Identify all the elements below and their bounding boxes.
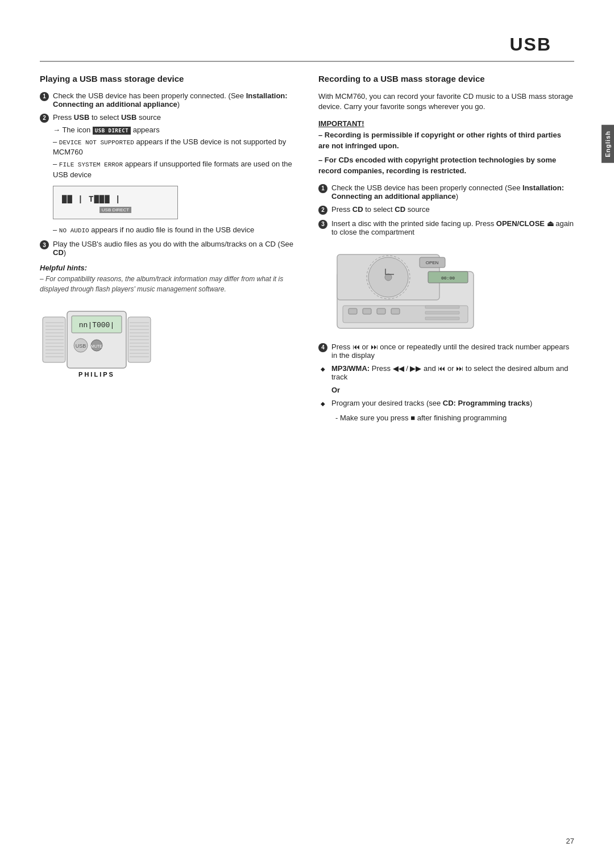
no-audio-text: NO AUDIO <box>59 227 89 234</box>
display-screen-text: ██ | T███ | <box>62 192 169 205</box>
display-usb-label: USB DIRECT <box>99 207 131 213</box>
svg-rect-46 <box>425 317 459 320</box>
helpful-hints-section: Helpful hints: – For compatibility reaso… <box>40 264 296 294</box>
right-step-4: 4 Press ⏮ or ⏭ once or repeatedly until … <box>318 343 574 360</box>
cd-player-illustration-container: OPEN 00:00 <box>331 243 574 336</box>
svg-rect-43 <box>391 308 400 314</box>
svg-rect-42 <box>377 308 385 314</box>
stop-after-programming: - Make sure you press ■ after finishing … <box>335 413 574 423</box>
right-step-1-number: 1 <box>318 184 327 193</box>
right-step-4-number: 4 <box>318 343 327 352</box>
page-container: USB Playing a USB mass storage device 1 … <box>0 0 614 868</box>
diamond-bullet-1: ◆ <box>318 365 327 374</box>
page-title-section: USB <box>40 34 574 55</box>
important-line2: – For CDs encoded with copyright protect… <box>318 155 574 177</box>
right-step-3-text: Insert a disc with the printed side faci… <box>331 219 574 236</box>
step-1-text: Check the USB device has been properly c… <box>53 91 296 108</box>
svg-text:USB: USB <box>76 343 86 349</box>
svg-rect-40 <box>349 308 357 314</box>
arrow-icon: → <box>53 126 60 134</box>
title-divider <box>40 61 574 62</box>
svg-point-35 <box>385 274 392 281</box>
step-3-number: 3 <box>40 240 49 249</box>
right-step-1: 1 Check the USB device has been properly… <box>318 183 574 201</box>
svg-text:PHILIPS: PHILIPS <box>78 371 115 378</box>
helpful-hints-text: – For compatibility reasons, the album/t… <box>40 274 296 294</box>
right-step-3-number: 3 <box>318 220 327 229</box>
step-2-sub-no-audio: – NO AUDIO appears if no audio file is f… <box>53 225 296 235</box>
mp3-wma-item: ◆ MP3/WMA: Press ◀◀ / ▶▶ and ⏮ or ⏭ to s… <box>318 364 574 381</box>
mp3-wma-text: MP3/WMA: Press ◀◀ / ▶▶ and ⏮ or ⏭ to sel… <box>331 364 574 381</box>
step-2-sub-file-system-error: – FILE SYSTEM ERROR appears if unsupport… <box>53 159 296 180</box>
or-label: Or <box>331 386 340 394</box>
program-tracks-item: ◆ Program your desired tracks (see CD: P… <box>318 399 574 408</box>
right-intro-text: With MCM760, you can record your favorit… <box>318 91 574 113</box>
file-system-error-text: FILE SYSTEM ERROR <box>59 161 123 168</box>
important-line1: – Recording is permissible if copyright … <box>318 130 574 152</box>
svg-rect-44 <box>425 306 459 308</box>
right-step-2-number: 2 <box>318 206 327 215</box>
right-step-1-text: Check the USB device has been properly c… <box>331 183 574 201</box>
diamond-bullet-2: ◆ <box>318 399 327 408</box>
right-step-4-text: Press ⏮ or ⏭ once or repeatedly until th… <box>331 343 574 360</box>
svg-text:OPEN: OPEN <box>426 260 439 265</box>
important-section: IMPORTANT! – Recording is permissible if… <box>318 119 574 176</box>
device-not-supported-text: DEVICE NOT SUPPORTED <box>59 139 134 146</box>
step-1: 1 Check the USB device has been properly… <box>40 91 296 108</box>
right-section-title: Recording to a USB mass storage device <box>318 73 574 85</box>
or-separator: Or <box>331 386 574 394</box>
important-title: IMPORTANT! <box>318 119 574 128</box>
step-3-text: Play the USB's audio files as you do wit… <box>53 240 296 257</box>
cd-player-svg: OPEN 00:00 <box>331 243 479 334</box>
svg-rect-41 <box>363 308 371 314</box>
program-tracks-text: Program your desired tracks (see CD: Pro… <box>331 399 532 407</box>
step-1-number: 1 <box>40 92 49 101</box>
step-2-sub-device-not-supported: – DEVICE NOT SUPPORTED appears if the US… <box>53 137 296 158</box>
step-2-sub-arrow: → The icon USB DIRECT appears <box>53 125 296 135</box>
svg-text:MUTE: MUTE <box>91 344 102 348</box>
step-2-number: 2 <box>40 114 49 123</box>
usb-device-svg: nn|T000| USB MUTE <box>40 300 154 379</box>
page-title: USB <box>509 34 551 55</box>
svg-text:nn|T000|: nn|T000| <box>79 321 114 329</box>
right-step-3: 3 Insert a disc with the printed side fa… <box>318 219 574 236</box>
left-column: Playing a USB mass storage device 1 Chec… <box>40 73 296 425</box>
right-step-2: 2 Press CD to select CD source <box>318 205 574 215</box>
usb-direct-badge: USB DIRECT <box>93 127 131 135</box>
usb-device-illustration-container: nn|T000| USB MUTE <box>40 300 296 381</box>
two-column-layout: Playing a USB mass storage device 1 Chec… <box>40 73 574 425</box>
step-3: 3 Play the USB's audio files as you do w… <box>40 240 296 257</box>
helpful-hints-title: Helpful hints: <box>40 264 296 272</box>
svg-rect-45 <box>425 311 459 314</box>
right-column: Recording to a USB mass storage device W… <box>318 73 574 425</box>
page-number: 27 <box>566 837 574 845</box>
left-section-title: Playing a USB mass storage device <box>40 73 296 85</box>
svg-text:00:00: 00:00 <box>441 276 455 281</box>
right-step-2-text: Press CD to select CD source <box>331 205 430 214</box>
display-box: ██ | T███ | USB DIRECT <box>53 186 178 219</box>
step-2-text: Press USB to select USB source <box>53 113 161 122</box>
step-2: 2 Press USB to select USB source <box>40 113 296 123</box>
